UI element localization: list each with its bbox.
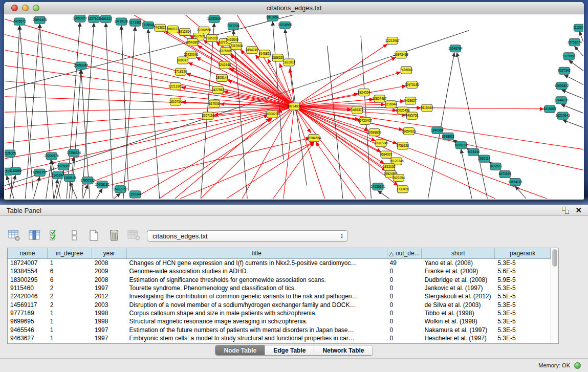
graph-node[interactable]: 7485063 xyxy=(400,67,413,74)
cell-out-de[interactable]: 0 xyxy=(387,284,422,292)
graph-node[interactable]: 1822037 xyxy=(283,59,296,66)
cell-short[interactable]: Yano et al. (2008) xyxy=(422,259,495,267)
cell-pagerank[interactable]: 5.3E-5 xyxy=(495,325,551,334)
graph-node[interactable]: 10958167 xyxy=(95,181,110,188)
graph-node[interactable]: 12213363 xyxy=(168,82,183,90)
cell-year[interactable]: 2008 xyxy=(92,276,127,284)
column-header-in-degree[interactable]: in_degree xyxy=(48,248,92,258)
graph-node[interactable]: 9146821 xyxy=(258,50,271,57)
graph-node[interactable]: 12975185 xyxy=(405,81,419,88)
graph-edge[interactable] xyxy=(294,106,495,199)
table-row[interactable]: 1830029562008Estimation of significance … xyxy=(8,276,551,284)
cell-year[interactable]: 2009 xyxy=(92,267,127,275)
graph-node[interactable]: 8267110 xyxy=(202,112,214,119)
graph-edge[interactable] xyxy=(160,106,294,199)
tab-node-table[interactable]: Node Table xyxy=(215,345,265,355)
cell-in-degree[interactable]: 6 xyxy=(48,267,92,275)
graph-node[interactable]: 16053809 xyxy=(207,15,222,23)
graph-node[interactable]: 16648784 xyxy=(448,45,463,52)
cell-in-degree[interactable]: 1 xyxy=(48,317,92,325)
cell-name[interactable]: 22420046 xyxy=(8,292,48,300)
graph-edge[interactable] xyxy=(328,46,343,199)
cell-title[interactable]: Estimation of significance thresholds fo… xyxy=(127,276,387,284)
graph-node[interactable]: 7857224 xyxy=(227,23,240,30)
cell-out-de[interactable]: 0 xyxy=(387,334,422,342)
graph-node[interactable]: 8216044 xyxy=(385,101,398,108)
graph-node[interactable]: 18724007 xyxy=(287,103,301,110)
cell-short[interactable]: Stergiakouli et al. (2012) xyxy=(422,292,495,300)
graph-edge[interactable] xyxy=(5,106,294,190)
graph-node[interactable]: 10973493 xyxy=(394,51,408,58)
graph-node[interactable]: 17957222 xyxy=(81,177,95,184)
graph-node[interactable]: 16210643 xyxy=(556,112,570,119)
graph-edge[interactable] xyxy=(378,191,389,199)
graph-node[interactable]: 2803144 xyxy=(216,74,229,81)
cell-in-degree[interactable]: 2 xyxy=(48,292,92,300)
cell-short[interactable]: de Silva et al. (2003) xyxy=(422,300,495,309)
graph-node[interactable]: 14136141 xyxy=(371,183,385,190)
graph-node[interactable]: 20206576 xyxy=(45,152,59,160)
window-titlebar[interactable]: citations_edges.txt xyxy=(4,2,584,14)
graph-node[interactable]: 9242848 xyxy=(219,61,231,69)
cell-in-degree[interactable]: 1 xyxy=(48,259,92,267)
graph-edge[interactable] xyxy=(114,193,120,199)
graph-node[interactable]: 9171385 xyxy=(129,19,142,26)
cell-year[interactable]: 2003 xyxy=(92,300,127,309)
cell-title[interactable]: Corpus callosum shape and size in male p… xyxy=(127,309,387,317)
graph-edge[interactable] xyxy=(457,53,488,199)
graph-node[interactable]: 8938923 xyxy=(442,133,455,140)
table-row[interactable]: 977716911998Corpus callosum shape and si… xyxy=(8,309,551,317)
graph-node[interactable]: 8215955 xyxy=(543,105,556,113)
scrollbar-thumb[interactable] xyxy=(552,249,557,267)
table-row[interactable]: 1456911722003Disruption of a novel membe… xyxy=(8,300,551,309)
graph-node[interactable]: 1810754 xyxy=(169,98,182,105)
graph-edge[interactable] xyxy=(83,185,88,199)
cell-in-degree[interactable]: 2 xyxy=(48,300,92,309)
graph-edge[interactable] xyxy=(273,21,284,160)
close-window-button[interactable] xyxy=(11,5,18,11)
table-row[interactable]: 1938455462009Genome-wide association stu… xyxy=(8,267,551,275)
table-panel-titlebar[interactable]: Table Panel ✕ xyxy=(0,205,588,216)
cell-pagerank[interactable]: 5.3E-5 xyxy=(495,259,551,267)
cell-out-de[interactable]: 0 xyxy=(387,325,422,334)
cell-out-de[interactable]: 0 xyxy=(387,276,422,284)
select-all-icon[interactable] xyxy=(47,229,61,242)
graph-node[interactable]: 1733426 xyxy=(397,186,409,193)
table-row[interactable]: 911546021997Tourette syndrome. Phenomeno… xyxy=(8,284,551,292)
cell-in-degree[interactable]: 1 xyxy=(48,309,92,317)
graph-node[interactable]: 989012 xyxy=(177,57,188,64)
float-panel-icon[interactable] xyxy=(562,207,569,214)
network-view-window[interactable]: citations_edges.txt 18724007183002951938… xyxy=(4,2,584,200)
cell-title[interactable]: Estimation of the future numbers of pati… xyxy=(127,325,387,334)
graph-node[interactable]: 17359924 xyxy=(67,149,81,157)
graph-node[interactable]: 7632621 xyxy=(489,163,502,170)
delete-icon[interactable] xyxy=(107,229,121,242)
graph-node[interactable]: 9474444 xyxy=(467,148,480,156)
graph-node[interactable]: 12942757 xyxy=(33,169,47,176)
graph-node[interactable]: 9975887 xyxy=(57,163,70,170)
graph-edge[interactable] xyxy=(33,177,39,199)
cell-short[interactable]: Dudbridge et al. (2008) xyxy=(422,276,495,284)
graph-node[interactable]: 2522254 xyxy=(393,174,405,181)
graph-edge[interactable] xyxy=(121,26,128,191)
network-view[interactable]: 1872400718300295193845547463822866012389… xyxy=(5,15,583,199)
graph-node[interactable]: 9684067 xyxy=(380,151,393,158)
cell-out-de[interactable]: 0 xyxy=(387,317,422,325)
cell-out-de[interactable]: 0 xyxy=(387,267,422,275)
graph-node[interactable]: 1527602 xyxy=(88,15,100,23)
graph-edge[interactable] xyxy=(70,182,77,199)
graph-edge[interactable] xyxy=(563,120,583,127)
graph-edge[interactable] xyxy=(575,47,583,56)
tab-edge-table[interactable]: Edge Table xyxy=(265,345,314,355)
graph-node[interactable]: 2935114 xyxy=(478,155,490,162)
cell-short[interactable]: Nakamura et al. (1997) xyxy=(422,325,495,334)
cell-year[interactable]: 1997 xyxy=(92,325,127,334)
graph-edge[interactable] xyxy=(294,106,366,199)
graph-node[interactable]: 7515546 xyxy=(142,21,155,29)
graph-node[interactable]: 1112304 xyxy=(573,24,583,31)
cell-pagerank[interactable]: 5.3E-5 xyxy=(495,334,551,342)
table-vertical-scrollbar[interactable] xyxy=(551,248,558,343)
graph-node[interactable]: 16720407 xyxy=(358,117,372,124)
graph-node[interactable]: 1486372 xyxy=(351,106,364,114)
new-document-icon[interactable] xyxy=(87,229,101,242)
